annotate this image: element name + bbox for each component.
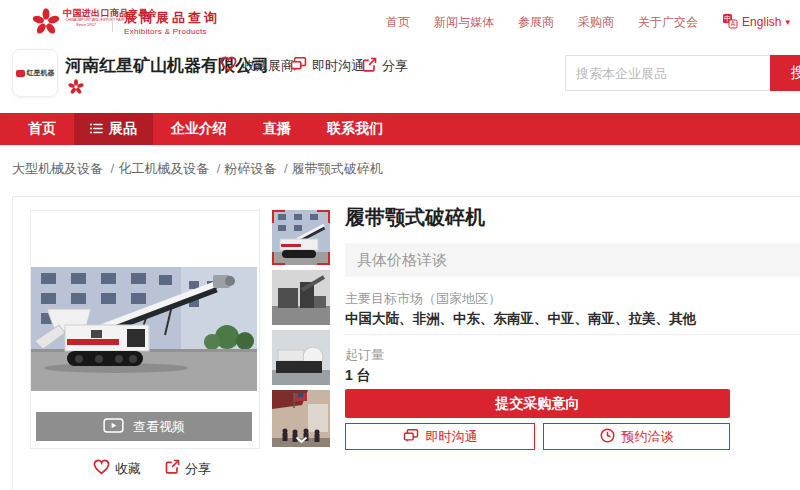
- thumbnail-3[interactable]: [272, 330, 330, 385]
- search-button[interactable]: 搜索: [770, 55, 800, 91]
- thumbnail-4[interactable]: [272, 390, 330, 447]
- site-logo-since: Since 1957: [63, 23, 109, 27]
- play-icon: [103, 418, 124, 436]
- favorite-product-button[interactable]: 收藏: [93, 459, 141, 479]
- favorite-product-label: 收藏: [115, 460, 141, 478]
- share-product-label: 分享: [185, 460, 211, 478]
- breadcrumb: 大型机械及设备 化工机械及设备 粉碎设备 履带颚式破碎机: [12, 160, 383, 178]
- top-navigation: 首页 新闻与媒体 参展商 采购商 关于广交会 中 A English ▾: [386, 0, 790, 44]
- heart-icon: [220, 56, 237, 76]
- instant-chat-outline-label: 即时沟通: [426, 428, 478, 446]
- topnav-home[interactable]: 首页: [386, 14, 410, 31]
- chat-icon: [403, 428, 419, 446]
- topnav-exhibitors[interactable]: 参展商: [518, 14, 554, 31]
- kapok-flower-icon[interactable]: [32, 8, 60, 40]
- appointment-label: 预约洽谈: [622, 428, 674, 446]
- watch-video-button[interactable]: 查看视频: [36, 412, 252, 441]
- list-icon: [90, 121, 103, 137]
- thumbnail-1-selected[interactable]: [272, 210, 330, 265]
- site-logo[interactable]: 中国进出口商品交易会 CHINA IMPORT AND EXPORT FAIR …: [63, 9, 109, 27]
- search-input[interactable]: [565, 55, 770, 91]
- nav-tab-company-intro[interactable]: 企业介绍: [153, 113, 245, 145]
- company-logo-mark-icon: [16, 70, 25, 77]
- translate-icon: 中 A: [722, 13, 738, 32]
- share-icon: [165, 459, 180, 478]
- submit-purchase-intent-button[interactable]: 提交采购意向: [345, 389, 730, 418]
- nav-tab-live[interactable]: 直播: [245, 113, 309, 145]
- language-label: English: [742, 15, 781, 29]
- nav-tab-products[interactable]: 展品: [74, 113, 153, 145]
- chevron-down-icon: ▾: [785, 17, 790, 27]
- product-main-image[interactable]: [31, 267, 257, 391]
- top-bar: 中国进出口商品交易会 CHINA IMPORT AND EXPORT FAIR …: [0, 0, 800, 45]
- selection-corner: [317, 252, 330, 265]
- share-icon: [362, 57, 377, 76]
- share-label: 分享: [382, 57, 408, 75]
- chevron-down-icon[interactable]: [295, 436, 308, 444]
- target-market-label: 主要目标市场（国家地区）: [345, 290, 501, 308]
- breadcrumb-current: 履带颚式破碎机: [292, 160, 383, 178]
- site-section-badge[interactable]: 展商展品查询 Exhibitors & Products: [124, 9, 220, 36]
- breadcrumb-item[interactable]: 粉碎设备: [224, 160, 291, 178]
- topnav-news[interactable]: 新闻与媒体: [434, 14, 494, 31]
- selection-corner: [317, 210, 330, 223]
- moq-value: 1 台: [345, 367, 371, 385]
- badge-title: 展商展品查询: [124, 9, 220, 27]
- favorite-exhibitor-button[interactable]: 收藏展商: [220, 56, 294, 76]
- badge-subtitle: Exhibitors & Products: [124, 27, 220, 36]
- nav-tab-home[interactable]: 首页: [10, 113, 74, 145]
- selection-corner: [272, 210, 285, 223]
- site-logo-subtitle: CHINA IMPORT AND EXPORT FAIR: [65, 19, 106, 23]
- appointment-button[interactable]: 预约洽谈: [543, 423, 730, 450]
- share-product-button[interactable]: 分享: [165, 459, 211, 478]
- chat-icon: [290, 56, 307, 76]
- breadcrumb-item[interactable]: 化工机械及设备: [118, 160, 224, 178]
- moq-label: 起订量: [345, 346, 384, 364]
- thumbnail-2[interactable]: [272, 270, 330, 325]
- product-title: 履带颚式破碎机: [345, 204, 485, 231]
- topnav-buyers[interactable]: 采购商: [578, 14, 614, 31]
- topnav-about[interactable]: 关于广交会: [638, 14, 698, 31]
- instant-chat-outline-button[interactable]: 即时沟通: [345, 423, 535, 450]
- price-box: 具体价格详谈: [345, 243, 800, 277]
- svg-text:A: A: [731, 20, 736, 27]
- favorite-exhibitor-label: 收藏展商: [242, 57, 294, 75]
- watch-video-label: 查看视频: [133, 418, 185, 436]
- share-button[interactable]: 分享: [362, 56, 408, 76]
- nav-tab-products-label: 展品: [109, 120, 137, 138]
- section-divider: [345, 334, 800, 335]
- breadcrumb-item[interactable]: 大型机械及设备: [12, 160, 118, 178]
- company-logo-text: 红星机器: [27, 68, 55, 78]
- company-logo: 红星机器: [12, 49, 58, 97]
- nav-tab-contact[interactable]: 联系我们: [309, 113, 401, 145]
- instant-chat-button[interactable]: 即时沟通: [290, 56, 364, 76]
- price-note: 具体价格详谈: [357, 251, 447, 270]
- instant-chat-label: 即时沟通: [312, 57, 364, 75]
- language-switcher[interactable]: 中 A English ▾: [722, 13, 790, 32]
- logo-divider: [112, 12, 113, 32]
- target-market-value: 中国大陆、非洲、中东、东南亚、中亚、南亚、拉美、其他: [345, 310, 696, 328]
- heart-icon: [93, 459, 110, 479]
- company-navigation: 首页 展品 企业介绍 直播 联系我们: [0, 113, 800, 145]
- canton-fair-badge-icon: [68, 79, 84, 99]
- selection-corner: [272, 252, 285, 265]
- clock-icon: [600, 428, 615, 446]
